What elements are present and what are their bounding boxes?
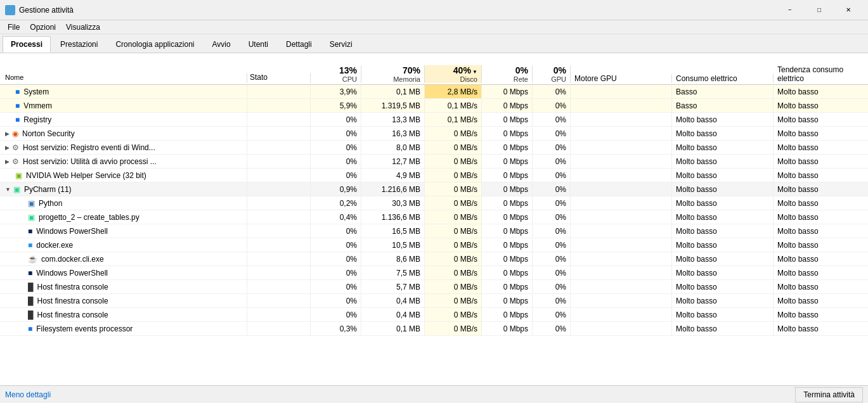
table-row[interactable]: ☕com.docker.cli.exe0%8,6 MB0 MB/s0 Mbps0… <box>0 252 868 266</box>
tab-prestazioni[interactable]: Prestazioni <box>52 36 106 53</box>
process-name: NVIDIA Web Helper Service (32 bit) <box>26 171 146 180</box>
cell-mem: 0,1 MB <box>361 85 425 98</box>
table-row[interactable]: ■System3,9%0,1 MB2,8 MB/s0 Mbps0%BassoMo… <box>0 85 868 99</box>
cell-net: 0 Mbps <box>482 182 533 196</box>
minimize-button[interactable]: − <box>775 0 805 20</box>
process-name: Vmmem <box>23 101 52 110</box>
col-header-net[interactable]: 0% Rete <box>482 65 533 83</box>
cell-mem: 0,4 MB <box>361 294 425 307</box>
cell-power-trend: Molto basso <box>774 196 868 210</box>
tab-cronologia[interactable]: Cronologia applicazioni <box>107 36 202 53</box>
menu-visualizza[interactable]: Visualizza <box>61 22 105 33</box>
cell-power: Molto basso <box>672 210 774 224</box>
cell-gpu-engine <box>571 127 672 140</box>
table-row[interactable]: ■Windows PowerShell0%7,5 MB0 MB/s0 Mbps0… <box>0 266 868 280</box>
cell-net: 0 Mbps <box>482 113 533 126</box>
cell-power: Molto basso <box>672 322 774 335</box>
table-row[interactable]: ▣progetto_2 – create_tables.py0,4%1.136,… <box>0 210 868 224</box>
table-row[interactable]: ▣Python0,2%30,3 MB0 MB/s0 Mbps0%Molto ba… <box>0 196 868 210</box>
expand-arrow[interactable]: ▼ <box>5 186 11 193</box>
table-row[interactable]: ■docker.exe0%10,5 MB0 MB/s0 Mbps0%Molto … <box>0 238 868 252</box>
cell-gpu: 0% <box>533 322 571 335</box>
process-name: Windows PowerShell <box>36 269 108 278</box>
cell-net: 0 Mbps <box>482 238 533 252</box>
col-header-cpu[interactable]: 13% CPU <box>311 65 361 83</box>
tab-bar: Processi Prestazioni Cronologia applicaz… <box>0 34 868 53</box>
process-icon: ▣ <box>13 185 20 194</box>
table-row[interactable]: ▶◉Norton Security0%16,3 MB0 MB/s0 Mbps0%… <box>0 127 868 141</box>
cell-stato <box>247 224 311 238</box>
window-controls: − □ ✕ <box>775 0 863 20</box>
table-row[interactable]: █Host finestra console0%0,4 MB0 MB/s0 Mb… <box>0 294 868 308</box>
table-row[interactable]: ▼▣PyCharm (11)0,9%1.216,6 MB0 MB/s0 Mbps… <box>0 182 868 196</box>
table-row[interactable]: ■Filesystem events processor0,3%0,1 MB0 … <box>0 322 868 336</box>
tab-avvio[interactable]: Avvio <box>204 36 239 53</box>
cell-stato <box>247 210 311 224</box>
maximize-button[interactable]: □ <box>805 0 834 20</box>
cell-mem: 8,0 MB <box>361 141 425 154</box>
col-header-power-trend[interactable]: Tendenza consumo elettrico <box>774 65 868 83</box>
cell-stato <box>247 155 311 168</box>
cell-mem: 13,3 MB <box>361 113 425 126</box>
cell-stato <box>247 182 311 196</box>
menu-file[interactable]: File <box>3 22 25 33</box>
cell-power-trend: Molto basso <box>774 322 868 335</box>
expand-arrow[interactable]: ▶ <box>5 158 10 165</box>
table-row[interactable]: █Host finestra console0%0,4 MB0 MB/s0 Mb… <box>0 308 868 322</box>
close-button[interactable]: ✕ <box>834 0 863 20</box>
cell-stato <box>247 196 311 210</box>
process-icon: ■ <box>28 269 32 278</box>
tab-processi[interactable]: Processi <box>3 36 51 53</box>
table-row[interactable]: ■Registry0%13,3 MB0,1 MB/s0 Mbps0%Molto … <box>0 113 868 127</box>
expand-arrow[interactable]: ▶ <box>5 131 10 137</box>
process-name: Host servizio: Utilità di avvio processi… <box>23 157 157 166</box>
bottom-bar: Meno dettagli Termina attività <box>0 385 868 403</box>
less-details-label[interactable]: Meno dettagli <box>5 390 51 399</box>
cell-mem: 16,5 MB <box>361 224 425 238</box>
cell-gpu-engine <box>571 210 672 224</box>
cell-gpu-engine <box>571 322 672 335</box>
cell-stato <box>247 322 311 335</box>
cell-stato <box>247 238 311 252</box>
cell-disk: 0 MB/s <box>425 322 482 335</box>
process-name: progetto_2 – create_tables.py <box>39 213 139 222</box>
process-name: Norton Security <box>22 129 75 138</box>
col-header-mem[interactable]: 70% Memoria <box>361 65 425 83</box>
svg-rect-1 <box>11 6 15 10</box>
cell-cpu: 0% <box>311 224 361 238</box>
cell-disk: 0,1 MB/s <box>425 113 482 126</box>
tab-utenti[interactable]: Utenti <box>240 36 276 53</box>
cell-mem: 0,1 MB <box>361 322 425 335</box>
expand-arrow[interactable]: ▶ <box>5 144 10 151</box>
col-header-power[interactable]: Consumo elettrico <box>672 74 774 83</box>
cell-net: 0 Mbps <box>482 322 533 335</box>
cell-gpu: 0% <box>533 266 571 279</box>
cell-cpu: 0% <box>311 113 361 126</box>
cell-cpu: 0,2% <box>311 196 361 210</box>
tab-servizi[interactable]: Servizi <box>321 36 361 53</box>
cell-mem: 4,9 MB <box>361 169 425 182</box>
process-icon: ▣ <box>28 213 35 222</box>
table-row[interactable]: ■Windows PowerShell0%16,5 MB0 MB/s0 Mbps… <box>0 224 868 238</box>
cell-gpu: 0% <box>533 182 571 196</box>
tab-dettagli[interactable]: Dettagli <box>278 36 320 53</box>
process-table[interactable]: ■System3,9%0,1 MB2,8 MB/s0 Mbps0%BassoMo… <box>0 85 868 385</box>
col-header-disk[interactable]: 40% Disco <box>425 65 482 83</box>
end-task-button[interactable]: Termina attività <box>795 387 863 402</box>
process-name: PyCharm (11) <box>24 185 72 194</box>
col-header-gpu[interactable]: 0% GPU <box>533 65 571 83</box>
table-row[interactable]: ▶⚙Host servizio: Utilità di avvio proces… <box>0 155 868 169</box>
table-row[interactable]: ▣NVIDIA Web Helper Service (32 bit)0%4,9… <box>0 169 868 182</box>
cell-disk: 0 MB/s <box>425 155 482 168</box>
table-row[interactable]: █Host finestra console0%5,7 MB0 MB/s0 Mb… <box>0 280 868 294</box>
menu-opzioni[interactable]: Opzioni <box>25 22 61 33</box>
cell-gpu-engine <box>571 294 672 307</box>
cell-cpu: 0,4% <box>311 210 361 224</box>
table-row[interactable]: ■Vmmem5,9%1.319,5 MB0,1 MB/s0 Mbps0%Bass… <box>0 99 868 113</box>
col-header-gpu-engine[interactable]: Motore GPU <box>571 74 672 83</box>
svg-rect-2 <box>6 11 10 15</box>
process-icon: ■ <box>15 115 20 124</box>
table-row[interactable]: ▶⚙Host servizio: Registro eventi di Wind… <box>0 141 868 155</box>
col-header-name[interactable]: Nome <box>0 73 247 83</box>
cell-gpu: 0% <box>533 155 571 168</box>
